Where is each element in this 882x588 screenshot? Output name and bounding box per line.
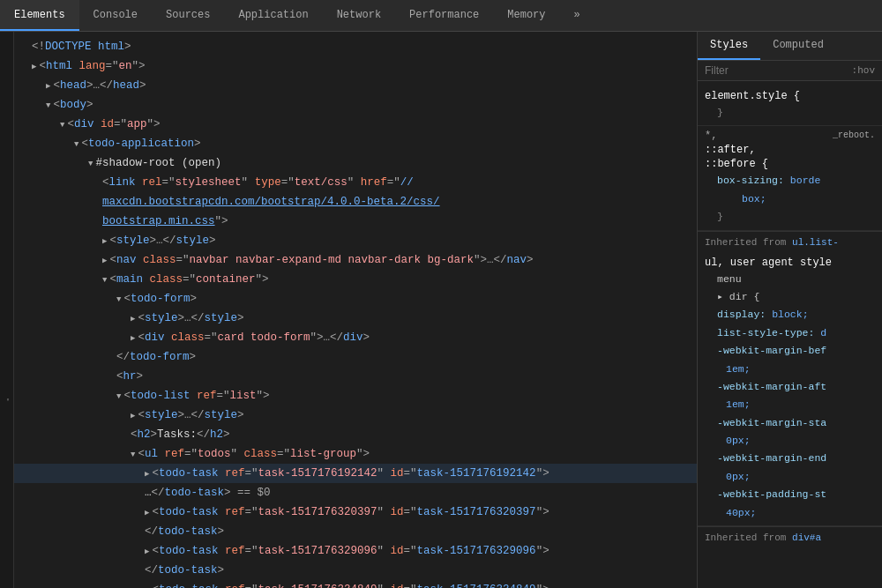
tab-application[interactable]: Application bbox=[224, 0, 322, 31]
filter-hov-label: :hov bbox=[852, 65, 875, 76]
dom-line: <body> bbox=[14, 95, 697, 115]
dom-line: <style>…</style> bbox=[14, 309, 697, 328]
styles-filter-row: :hov bbox=[698, 61, 882, 81]
element-style-section: element.style { } bbox=[698, 86, 882, 126]
dom-line: <todo-form> bbox=[14, 289, 697, 309]
dom-line: #shadow-root (open) bbox=[14, 153, 697, 173]
style-rule: } bbox=[705, 104, 875, 122]
devtools-tab-bar: Elements Console Sources Application Net… bbox=[0, 0, 882, 32]
style-rule-box: box; bbox=[705, 190, 875, 208]
dom-line: <style>…</style> bbox=[14, 406, 697, 425]
dom-line: …</todo-task> == $0 bbox=[14, 483, 697, 502]
style-rule-display: display: block; bbox=[705, 306, 875, 324]
tab-console[interactable]: Console bbox=[79, 0, 152, 31]
style-rule-boxsizing: box-sizing: borde bbox=[705, 172, 875, 190]
dom-line: maxcdn.bootstrapcdn.com/bootstrap/4.0.0-… bbox=[14, 192, 697, 212]
dom-line: <style>…</style> bbox=[14, 231, 697, 250]
dom-line: <todo-application> bbox=[14, 134, 697, 153]
dom-line: <todo-task ref="task-1517176334849" id="… bbox=[14, 580, 697, 588]
tab-elements[interactable]: Elements bbox=[0, 0, 79, 31]
dom-line: </todo-form> bbox=[14, 347, 697, 367]
after-before-selector: ::after, bbox=[705, 144, 875, 156]
tab-computed[interactable]: Computed bbox=[760, 32, 836, 60]
style-rule-webkit-margin-end: -webkit-margin-end bbox=[705, 450, 875, 467]
styles-content: element.style { } *, _reboot. ::after, :… bbox=[698, 81, 882, 588]
styles-tabs: Styles Computed bbox=[698, 32, 882, 61]
dom-line: <div id="app"> bbox=[14, 115, 697, 134]
style-rule-webkit-margin-aft: -webkit-margin-aft bbox=[705, 378, 875, 396]
tab-memory[interactable]: Memory bbox=[493, 0, 559, 31]
style-rule-webkit-margin-sta-val: 0px; bbox=[705, 432, 875, 450]
dom-line: <todo-list ref="list"> bbox=[14, 386, 697, 406]
dom-line: </todo-task> bbox=[14, 522, 697, 541]
universal-selector: *, _reboot. bbox=[705, 130, 875, 142]
main-content: ··· <!DOCTYPE html> <html lang="en"> <he… bbox=[0, 32, 882, 588]
dom-line: <main class="container"> bbox=[14, 270, 697, 289]
style-rule-webkit-margin-bef-val: 1em; bbox=[705, 361, 875, 378]
style-rule-list-style: list-style-type: d bbox=[705, 324, 875, 342]
sidebar-gutter: ··· bbox=[0, 32, 14, 588]
style-rule-menu: menu bbox=[705, 271, 875, 288]
universal-style-section: *, _reboot. ::after, ::before { box-sizi… bbox=[698, 126, 882, 230]
tab-styles[interactable]: Styles bbox=[698, 32, 760, 60]
dom-line: </todo-task> bbox=[14, 561, 697, 580]
dom-line: <h2>Tasks:</h2> bbox=[14, 425, 697, 444]
tab-sources[interactable]: Sources bbox=[152, 0, 224, 31]
ul-style-section: ul, user agent style menu ▸ dir { displa… bbox=[698, 253, 882, 526]
tab-performance[interactable]: Performance bbox=[395, 0, 493, 31]
style-rule-webkit-margin-sta: -webkit-margin-sta bbox=[705, 414, 875, 432]
style-rule-webkit-margin-aft-val: 1em; bbox=[705, 396, 875, 413]
style-rule-webkit-padding-st: -webkit-padding-st bbox=[705, 486, 875, 503]
element-style-selector: element.style { bbox=[705, 90, 875, 102]
inherited-div-header: Inherited from div#a bbox=[698, 526, 882, 548]
dom-line: <hr> bbox=[14, 367, 697, 386]
style-rule-webkit-padding-st-val: 40px; bbox=[705, 504, 875, 522]
inherited-ul-header: Inherited from ul.list- bbox=[698, 231, 882, 253]
dom-line: <head>…</head> bbox=[14, 76, 697, 95]
dom-line: <todo-task ref="task-1517176320397" id="… bbox=[14, 502, 697, 522]
style-rule-dir: ▸ dir { bbox=[705, 288, 875, 306]
dom-line: <html lang="en"> bbox=[14, 56, 697, 76]
before-selector: ::before { bbox=[705, 158, 875, 170]
tab-network[interactable]: Network bbox=[323, 0, 395, 31]
style-rule-close: } bbox=[705, 208, 875, 226]
filter-input[interactable] bbox=[705, 64, 848, 77]
tab-more[interactable]: » bbox=[560, 0, 594, 31]
dom-line: <link rel="stylesheet" type="text/css" h… bbox=[14, 173, 697, 192]
style-rule-webkit-margin-bef: -webkit-margin-bef bbox=[705, 342, 875, 360]
style-rule-webkit-margin-end-val: 0px; bbox=[705, 468, 875, 486]
dom-line: <!DOCTYPE html> bbox=[14, 37, 697, 56]
dom-line: <nav class="navbar navbar-expand-md navb… bbox=[14, 250, 697, 270]
styles-panel: Styles Computed :hov element.style { } *… bbox=[697, 32, 882, 588]
dom-line: <div class="card todo-form">…</div> bbox=[14, 328, 697, 347]
dom-line: <todo-task ref="task-1517176329096" id="… bbox=[14, 541, 697, 561]
dom-line: bootstrap.min.css"> bbox=[14, 212, 697, 231]
ul-selector: ul, user agent style bbox=[705, 257, 875, 269]
dom-line-highlight: <todo-task ref="task-1517176192142" id="… bbox=[14, 464, 697, 483]
dom-panel[interactable]: <!DOCTYPE html> <html lang="en"> <head>…… bbox=[14, 32, 697, 588]
dom-line: <ul ref="todos" class="list-group"> bbox=[14, 444, 697, 464]
